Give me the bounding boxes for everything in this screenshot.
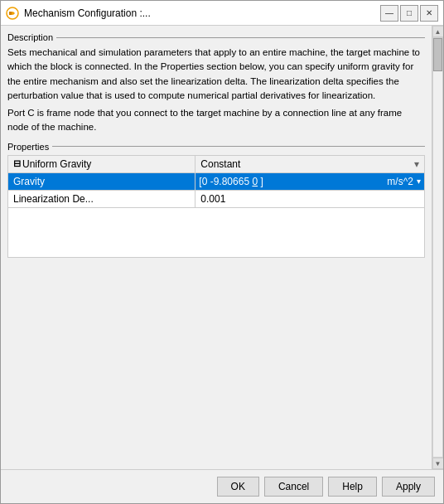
uniform-gravity-col2: Constant ▾ — [195, 155, 425, 172]
scroll-thumb[interactable] — [433, 38, 442, 71]
properties-section: Properties ⊟ Uniform Gravity — [7, 142, 425, 258]
table-row-gravity[interactable]: Gravity [0 -9.80665 0 ] m/s^2 ▾ — [8, 172, 425, 190]
main-content-area: Description Sets mechanical and simulati… — [1, 26, 443, 469]
maximize-button[interactable]: □ — [400, 5, 418, 22]
window-title: Mechanism Configuration :... — [24, 7, 375, 19]
help-button[interactable]: Help — [328, 477, 377, 497]
uniform-gravity-col1: ⊟ Uniform Gravity — [8, 155, 195, 172]
gravity-value-container: [0 -9.80665 0 ] m/s^2 ▾ — [195, 173, 424, 190]
description-label: Description — [7, 32, 53, 42]
uniform-gravity-constant: Constant — [200, 158, 240, 170]
side-scrollbar: ▲ ▼ — [432, 26, 443, 469]
linearization-col1: Linearization De... — [8, 190, 195, 207]
properties-label: Properties — [7, 142, 49, 152]
description-divider — [56, 37, 425, 38]
uniform-gravity-text: Uniform Gravity — [22, 158, 91, 170]
linearization-value: 0.001 — [200, 193, 225, 205]
close-button[interactable]: ✕ — [420, 5, 438, 22]
collapse-icon[interactable]: ⊟ — [13, 158, 21, 169]
properties-header: Properties — [7, 142, 425, 152]
gravity-col1: Gravity — [8, 172, 195, 190]
uniform-gravity-dropdown-arrow[interactable]: ▾ — [414, 158, 419, 170]
table-row-uniform-gravity: ⊟ Uniform Gravity Constant ▾ — [8, 155, 425, 172]
main-inner: Description Sets mechanical and simulati… — [1, 26, 432, 469]
gravity-dropdown-arrow[interactable]: ▾ — [417, 177, 421, 186]
scroll-track — [432, 37, 443, 458]
bottom-bar: OK Cancel Help Apply — [1, 469, 443, 503]
properties-table: ⊟ Uniform Gravity Constant ▾ — [7, 155, 425, 208]
uniform-gravity-label: ⊟ Uniform Gravity — [13, 158, 190, 170]
minimize-button[interactable]: — — [380, 5, 398, 22]
window-icon — [6, 7, 19, 20]
description-header: Description — [7, 32, 425, 42]
properties-divider — [52, 146, 425, 147]
linearization-col2: 0.001 — [195, 190, 425, 207]
window-controls: — □ ✕ — [380, 5, 438, 22]
linearization-label: Linearization De... — [13, 193, 94, 205]
gravity-value: [0 -9.80665 0 ] — [199, 176, 387, 187]
scroll-up-arrow[interactable]: ▲ — [432, 26, 444, 37]
description-paragraph-2: Port C is frame node that you connect to… — [7, 106, 425, 135]
gravity-unit: m/s^2 — [387, 176, 417, 187]
table-row-linearization: Linearization De... 0.001 — [8, 190, 425, 207]
scroll-down-arrow[interactable]: ▼ — [432, 458, 444, 469]
title-bar: Mechanism Configuration :... — □ ✕ — [1, 1, 443, 26]
description-paragraph-1: Sets mechanical and simulation parameter… — [7, 46, 425, 103]
ok-button[interactable]: OK — [217, 477, 259, 497]
uniform-gravity-value: Constant ▾ — [200, 158, 419, 170]
apply-button[interactable]: Apply — [382, 477, 435, 497]
gravity-label: Gravity — [13, 176, 45, 187]
gravity-col2[interactable]: [0 -9.80665 0 ] m/s^2 ▾ — [195, 172, 425, 190]
main-window: Mechanism Configuration :... — □ ✕ Descr… — [0, 0, 444, 504]
empty-rows — [7, 208, 425, 258]
cancel-button[interactable]: Cancel — [264, 477, 323, 497]
